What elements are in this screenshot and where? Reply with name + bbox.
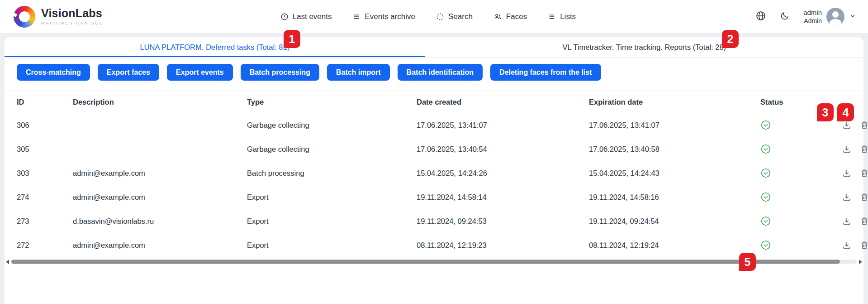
download-task-button[interactable]	[842, 168, 852, 178]
action-button[interactable]: Deleting faces from the list	[490, 64, 601, 81]
nav-events-archive[interactable]: Events archive	[352, 12, 415, 21]
content-card: LUNA PLATFORM. Deferred tasks (Total: 81…	[5, 37, 863, 304]
annotation-marker-4: 4	[837, 103, 854, 121]
table-row: 306 Garbage collecting 17.06.2025, 13:41…	[5, 113, 863, 137]
dark-mode-button[interactable]	[780, 11, 790, 23]
scroll-left-arrow-icon[interactable]	[6, 260, 9, 264]
scroll-right-arrow-icon[interactable]	[859, 260, 862, 264]
task-action-buttons: Cross-matchingExport facesExport eventsB…	[5, 58, 863, 81]
tab-label: VL Timetracker. Time tracking. Reports (…	[563, 43, 726, 52]
table-row: 273 d.basavin@visionlabs.ru Export 19.11…	[5, 209, 863, 233]
cell-date-created: 17.06.2025, 13:40:54	[417, 145, 589, 154]
action-button[interactable]: Batch import	[327, 64, 390, 81]
action-button[interactable]: Batch identification	[398, 64, 483, 81]
cell-description: admin@example.com	[73, 169, 247, 178]
download-task-button[interactable]	[842, 240, 852, 250]
cell-type: Batch processing	[247, 169, 417, 178]
cell-id: 273	[17, 217, 73, 226]
action-button[interactable]: Export faces	[98, 64, 159, 81]
table-row: 272 admin@example.com Export 08.11.2024,…	[5, 233, 863, 257]
cell-date-created: 08.11.2024, 12:19:23	[417, 241, 589, 250]
nav-label: Lists	[560, 12, 576, 21]
cell-expiration-date: 19.11.2024, 09:24:54	[589, 217, 760, 226]
cell-type: Export	[247, 193, 417, 202]
table-row: 303 admin@example.com Batch processing 1…	[5, 161, 863, 185]
annotation-marker-1: 1	[284, 30, 300, 48]
delete-task-button[interactable]	[859, 144, 868, 154]
nav-search[interactable]: Search	[436, 12, 473, 21]
table-body: 306 Garbage collecting 17.06.2025, 13:41…	[5, 113, 863, 257]
annotation-marker-3: 3	[817, 103, 834, 121]
tab-luna-deferred-tasks[interactable]: LUNA PLATFORM. Deferred tasks (Total: 81…	[5, 37, 425, 57]
cell-type: Garbage collecting	[247, 145, 417, 154]
column-header-type: Type	[247, 98, 417, 106]
cell-date-created: 15.04.2025, 14:24:26	[417, 169, 589, 178]
visionlabs-logo-icon	[14, 6, 35, 28]
nav-label: Search	[448, 12, 473, 21]
avatar	[826, 8, 844, 26]
status-success-icon	[760, 240, 842, 251]
user-menu[interactable]: admin Admin	[803, 8, 856, 26]
cell-expiration-date: 15.04.2025, 14:24:43	[589, 169, 760, 178]
language-globe-button[interactable]	[755, 10, 766, 23]
annotation-marker-5: 5	[739, 253, 756, 271]
table-header-row: ID Description Type Date created Expirat…	[5, 91, 863, 113]
chevron-down-icon	[849, 12, 856, 21]
cell-id: 306	[17, 121, 73, 130]
horizontal-scrollbar[interactable]	[5, 259, 863, 265]
cell-id: 274	[17, 193, 73, 202]
tab-label: LUNA PLATFORM. Deferred tasks (Total: 81…	[140, 43, 289, 52]
cell-description: admin@example.com	[73, 193, 247, 202]
column-header-id: ID	[17, 98, 73, 106]
cell-description: d.basavin@visionlabs.ru	[73, 217, 247, 226]
delete-task-button[interactable]	[859, 240, 868, 250]
globe-icon	[755, 10, 766, 23]
action-button[interactable]: Batch processing	[241, 64, 319, 81]
cell-date-created: 17.06.2025, 13:41:07	[417, 121, 589, 130]
moon-icon	[780, 11, 790, 23]
column-header-expiration-date: Expiration date	[589, 98, 760, 106]
cell-type: Export	[247, 241, 417, 250]
clock-icon	[280, 13, 289, 21]
action-button[interactable]: Cross-matching	[17, 64, 90, 81]
cell-expiration-date: 19.11.2024, 14:58:16	[589, 193, 760, 202]
brand-tagline: MACHINES CAN SEE	[41, 21, 104, 25]
cell-date-created: 19.11.2024, 09:24:53	[417, 217, 589, 226]
top-bar: VisionLabs MACHINES CAN SEE Last events …	[0, 0, 868, 33]
menu-icon	[548, 13, 556, 21]
download-task-button[interactable]	[842, 192, 852, 202]
delete-task-button[interactable]	[859, 192, 868, 202]
table-row: 305 Garbage collecting 17.06.2025, 13:40…	[5, 137, 863, 161]
brand-name: VisionLabs	[41, 8, 104, 19]
nav-faces[interactable]: Faces	[493, 12, 527, 21]
tab-vl-timetracker-reports[interactable]: VL Timetracker. Time tracking. Reports (…	[425, 37, 863, 57]
scrollbar-thumb[interactable]	[11, 260, 840, 264]
status-success-icon	[760, 168, 842, 179]
dashed-circle-icon	[436, 13, 444, 21]
cell-expiration-date: 17.06.2025, 13:40:58	[589, 145, 760, 154]
cell-expiration-date: 17.06.2025, 13:41:07	[589, 121, 760, 130]
nav-last-events[interactable]: Last events	[280, 12, 332, 21]
column-header-description: Description	[73, 98, 247, 106]
annotation-marker-2: 2	[722, 30, 739, 48]
download-task-button[interactable]	[842, 120, 852, 130]
delete-task-button[interactable]	[859, 168, 868, 178]
user-name: admin	[803, 8, 822, 17]
cell-type: Garbage collecting	[247, 121, 417, 130]
delete-task-button[interactable]	[859, 120, 868, 130]
cell-id: 272	[17, 241, 73, 250]
status-success-icon	[760, 192, 842, 203]
nav-label: Last events	[293, 12, 332, 21]
scrollbar-track[interactable]	[11, 260, 857, 264]
status-success-icon	[760, 216, 842, 227]
delete-task-button[interactable]	[859, 216, 868, 226]
tasks-table: ID Description Type Date created Expirat…	[5, 91, 863, 257]
download-task-button[interactable]	[842, 216, 852, 226]
action-button[interactable]: Export events	[167, 64, 233, 81]
cell-id: 303	[17, 169, 73, 178]
column-header-date-created: Date created	[417, 98, 589, 106]
visionlabs-logo[interactable]: VisionLabs MACHINES CAN SEE	[14, 6, 104, 28]
nav-lists[interactable]: Lists	[548, 12, 576, 21]
nav-label: Events archive	[365, 12, 415, 21]
download-task-button[interactable]	[842, 144, 852, 154]
